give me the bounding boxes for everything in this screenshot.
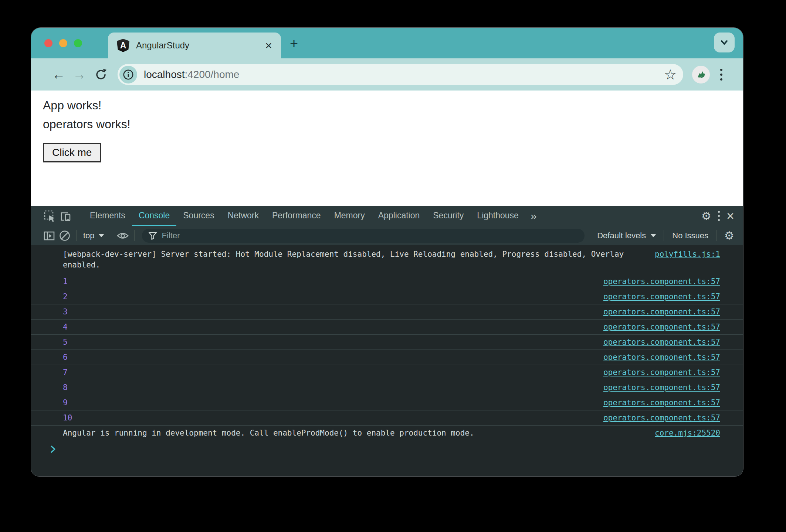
info-icon — [123, 69, 134, 80]
operators-works-text: operators works! — [43, 117, 743, 131]
reload-button[interactable] — [93, 68, 109, 82]
prompt-chevron-icon — [49, 445, 57, 454]
log-value: 9 — [63, 398, 596, 408]
site-info-button[interactable] — [119, 66, 137, 83]
bookmark-star-icon[interactable]: ☆ — [664, 68, 677, 82]
console-log: [webpack-dev-server] Server started: Hot… — [31, 245, 743, 476]
devtools-tab-console[interactable]: Console — [132, 206, 176, 226]
inspect-cursor-icon — [44, 210, 56, 222]
console-log-row: 5operators.component.ts:57 — [31, 335, 743, 350]
device-toolbar-icon — [59, 210, 72, 222]
console-log-row: 1operators.component.ts:57 — [31, 274, 743, 289]
angular-favicon-icon: A — [117, 39, 129, 52]
tab-strip: A AngularStudy × + — [31, 28, 743, 58]
click-me-button[interactable]: Click me — [43, 143, 101, 162]
app-works-text: App works! — [43, 99, 743, 112]
console-log-row: 9operators.component.ts:57 — [31, 395, 743, 410]
browser-menu-button[interactable] — [720, 69, 722, 81]
more-tabs-button[interactable]: » — [525, 210, 542, 222]
tab-close-icon[interactable]: × — [265, 40, 272, 51]
source-link[interactable]: operators.component.ts:57 — [603, 307, 720, 317]
console-log-row: 6operators.component.ts:57 — [31, 350, 743, 365]
back-button[interactable]: ← — [51, 67, 67, 82]
url-text[interactable]: localhost:4200/home — [144, 69, 664, 81]
devtools-tab-application[interactable]: Application — [372, 206, 427, 226]
log-value: 3 — [63, 307, 596, 317]
clear-console-button[interactable] — [57, 228, 72, 243]
devtools-tab-security[interactable]: Security — [426, 206, 470, 226]
inspect-element-button[interactable] — [42, 208, 58, 224]
issues-counter[interactable]: No Issues — [668, 231, 713, 241]
console-log-row: 4operators.component.ts:57 — [31, 320, 743, 335]
navigation-bar: ← → localhost:4200/home ☆ — [31, 58, 743, 91]
levels-label: Default levels — [597, 231, 646, 241]
log-value: 10 — [63, 413, 596, 423]
chevron-down-icon — [718, 36, 731, 49]
source-link[interactable]: operators.component.ts:57 — [603, 276, 720, 287]
forward-button[interactable]: → — [72, 67, 87, 82]
console-sidebar-icon — [43, 229, 55, 242]
context-label: top — [83, 231, 95, 241]
console-filter[interactable] — [142, 229, 585, 243]
address-bar[interactable]: localhost:4200/home ☆ — [118, 64, 683, 85]
console-prompt[interactable] — [31, 440, 743, 454]
page-content: App works! operators works! Click me — [31, 91, 743, 206]
console-log-row: 10operators.component.ts:57 — [31, 410, 743, 426]
reload-icon — [94, 68, 108, 82]
devtools-tab-sources[interactable]: Sources — [176, 206, 221, 226]
tab-angularstudy[interactable]: A AngularStudy × — [108, 33, 281, 58]
console-settings-button[interactable]: ⚙ — [724, 230, 734, 241]
devtools-settings-button[interactable]: ⚙ — [701, 211, 711, 222]
minimize-window-button[interactable] — [59, 39, 67, 47]
close-window-button[interactable] — [44, 39, 52, 47]
console-message-angular: Angular is running in development mode. … — [31, 426, 743, 440]
devtools-tabs: ElementsConsoleSourcesNetworkPerformance… — [83, 206, 525, 226]
log-value: 8 — [63, 382, 596, 393]
source-link[interactable]: operators.component.ts:57 — [603, 337, 720, 348]
url-path: :4200/home — [185, 69, 240, 80]
clear-console-icon — [58, 229, 71, 242]
devtools-tab-memory[interactable]: Memory — [328, 206, 372, 226]
devtools-tab-network[interactable]: Network — [221, 206, 265, 226]
zoom-window-button[interactable] — [74, 39, 82, 47]
source-link[interactable]: operators.component.ts:57 — [603, 322, 720, 332]
console-log-row: 3operators.component.ts:57 — [31, 304, 743, 320]
source-link[interactable]: operators.component.ts:57 — [603, 413, 720, 423]
filter-funnel-icon — [148, 231, 157, 241]
source-link[interactable]: operators.component.ts:57 — [603, 367, 720, 378]
filter-input[interactable] — [162, 231, 579, 241]
source-link[interactable]: core.mjs:25520 — [655, 428, 720, 439]
source-link[interactable]: operators.component.ts:57 — [603, 398, 720, 408]
devtools-menu-button[interactable] — [718, 211, 720, 221]
console-log-row: 2operators.component.ts:57 — [31, 289, 743, 304]
devtools-tab-performance[interactable]: Performance — [265, 206, 328, 226]
console-log-row: 7operators.component.ts:57 — [31, 365, 743, 380]
tab-title: AngularStudy — [136, 40, 265, 51]
log-value: 7 — [63, 367, 596, 378]
console-toolbar: top Default levels N — [31, 226, 743, 245]
profile-avatar[interactable] — [692, 66, 710, 83]
console-sidebar-button[interactable] — [41, 228, 57, 243]
source-link[interactable]: operators.component.ts:57 — [603, 382, 720, 393]
new-tab-button[interactable]: + — [290, 36, 298, 50]
log-value: 6 — [63, 352, 596, 363]
log-levels-select[interactable]: Default levels — [593, 231, 660, 241]
devtools-tab-elements[interactable]: Elements — [83, 206, 132, 226]
source-link[interactable]: polyfills.js:1 — [655, 249, 720, 260]
eye-icon — [116, 229, 129, 242]
execution-context-select[interactable]: top — [80, 231, 107, 241]
traffic-lights — [44, 39, 82, 47]
browser-window: A AngularStudy × + ← → — [31, 28, 743, 476]
tab-search-button[interactable] — [714, 33, 735, 52]
device-toolbar-button[interactable] — [58, 208, 73, 224]
devtools-panel: ElementsConsoleSourcesNetworkPerformance… — [31, 206, 743, 476]
log-value: 1 — [63, 276, 596, 287]
eye-create-live-expression-button[interactable] — [115, 228, 131, 243]
source-link[interactable]: operators.component.ts:57 — [603, 352, 720, 363]
devtools-tab-lighthouse[interactable]: Lighthouse — [470, 206, 525, 226]
console-message-text: Angular is running in development mode. … — [63, 428, 647, 439]
devtools-close-button[interactable]: × — [726, 209, 734, 223]
source-link[interactable]: operators.component.ts:57 — [603, 291, 720, 302]
devtools-tabbar: ElementsConsoleSourcesNetworkPerformance… — [31, 206, 743, 226]
log-value: 4 — [63, 322, 596, 332]
